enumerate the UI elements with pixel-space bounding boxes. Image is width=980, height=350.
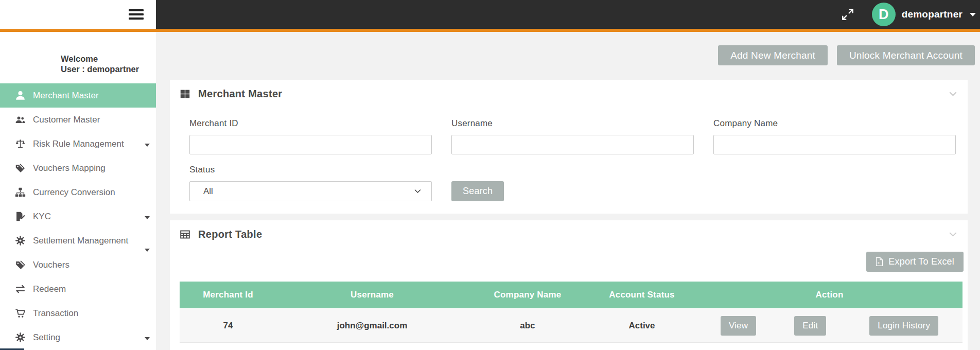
top-action-buttons: Add New Merchant Unlock Merchant Account (170, 45, 975, 65)
welcome-line: Welcome (61, 54, 156, 64)
export-row: x Export To Excel (170, 252, 968, 272)
sidebar-item-redeem[interactable]: Redeem (0, 277, 156, 301)
company-name-label: Company Name (713, 118, 956, 129)
status-label: Status (189, 165, 432, 175)
tag-icon (14, 259, 26, 271)
search-button[interactable]: Search (451, 181, 504, 201)
status-select-value: All (203, 186, 213, 197)
excel-file-icon: x (876, 257, 883, 267)
search-form-row-2: Status All Search (170, 165, 968, 201)
caret-down-icon (145, 212, 150, 222)
welcome-text: Welcome User : demopartner (0, 54, 156, 74)
export-button-label: Export To Excel (888, 256, 954, 267)
sitemap-icon (14, 187, 26, 198)
fullscreen-expand-icon[interactable] (841, 8, 854, 21)
gear-icon (14, 332, 26, 343)
cell-account-status: Active (587, 309, 696, 343)
view-button[interactable]: View (721, 316, 756, 336)
avatar: D (872, 3, 896, 26)
scale-icon (14, 138, 26, 150)
sidebar-item-currency-conversion[interactable]: Currency Conversion (0, 180, 156, 204)
sidebar-item-setting[interactable]: Setting (0, 325, 156, 349)
sidebar-item-label: Setting (33, 332, 60, 343)
sidebar-item-merchant-master[interactable]: Merchant Master (0, 83, 156, 108)
merchant-master-panel-header: Merchant Master (170, 80, 968, 100)
login-history-button[interactable]: Login History (869, 316, 938, 336)
column-header-action: Action (696, 282, 962, 309)
username-field: Username (451, 118, 694, 154)
action-buttons: View Edit Login History (697, 316, 962, 336)
table-icon (180, 229, 190, 240)
company-name-input[interactable] (713, 135, 956, 154)
sidebar-item-vouchers-mapping[interactable]: Vouchers Mapping (0, 156, 156, 180)
merchant-id-field: Merchant ID (189, 118, 432, 154)
sidebar-item-risk-rule-management[interactable]: Risk Rule Management (0, 132, 156, 156)
sidebar-item-label: Vouchers Mapping (33, 163, 106, 173)
search-form-row-1: Merchant ID Username Company Name (170, 118, 968, 154)
table-row: 74 john@gmail.com abc Active View Edit L… (180, 309, 962, 343)
add-new-merchant-button[interactable]: Add New Merchant (718, 45, 828, 65)
company-name-field: Company Name (713, 118, 956, 154)
column-header-merchant-id: Merchant Id (180, 282, 276, 309)
caret-down-icon (145, 244, 150, 254)
svg-text:x: x (878, 260, 880, 265)
username-label: Username (451, 118, 694, 129)
collapse-chevron-icon[interactable] (949, 230, 957, 239)
sidebar-item-label: Risk Rule Management (33, 139, 124, 149)
panel-title: Merchant Master (198, 88, 282, 100)
top-bar-left (0, 0, 156, 29)
sidebar-item-label: Vouchers (33, 260, 69, 270)
grid-icon (180, 89, 190, 99)
collapse-chevron-icon[interactable] (949, 90, 957, 98)
user-icon (14, 90, 26, 101)
status-select[interactable]: All (189, 181, 432, 201)
unlock-merchant-account-button[interactable]: Unlock Merchant Account (837, 45, 975, 65)
sidebar-item-label: Merchant Master (33, 91, 99, 101)
chevron-down-icon (414, 187, 422, 195)
sidebar-item-label: Currency Conversion (33, 187, 115, 198)
users-icon (14, 114, 26, 126)
export-to-excel-button[interactable]: x Export To Excel (866, 252, 964, 272)
panel-title: Report Table (198, 229, 262, 240)
column-header-username: Username (276, 282, 468, 309)
merchant-id-input[interactable] (189, 135, 432, 154)
report-table-panel: Report Table x Export To Excel (170, 220, 968, 350)
report-table-panel-header: Report Table (170, 220, 968, 240)
exchange-arrows-icon (14, 284, 26, 295)
sidebar-item-customer-master[interactable]: Customer Master (0, 108, 156, 132)
sidebar: Welcome User : demopartner Merchant Mast… (0, 32, 156, 350)
cart-icon (14, 308, 26, 319)
gear-icon (14, 235, 26, 247)
cell-username: john@gmail.com (276, 309, 468, 343)
sidebar-item-vouchers[interactable]: Vouchers (0, 253, 156, 277)
sidebar-item-kyc[interactable]: KYC (0, 204, 156, 229)
welcome-user-line: User : demopartner (61, 64, 156, 74)
table-header-row: Merchant Id Username Company Name Accoun… (180, 282, 962, 309)
caret-down-icon (970, 13, 976, 16)
sidebar-nav: Merchant Master Customer Master Risk Rul… (0, 83, 156, 349)
sidebar-item-label: KYC (33, 212, 51, 222)
report-table: Merchant Id Username Company Name Accoun… (180, 282, 962, 343)
edit-button[interactable]: Edit (794, 316, 826, 336)
column-header-account-status: Account Status (587, 282, 696, 309)
cell-merchant-id: 74 (180, 309, 276, 343)
hamburger-menu-icon[interactable] (129, 9, 144, 20)
caret-down-icon (145, 332, 150, 343)
username-input[interactable] (451, 135, 694, 154)
top-bar: D demopartner (0, 0, 980, 29)
top-bar-main: D demopartner (156, 0, 980, 29)
status-field: Status All (189, 165, 432, 201)
user-menu[interactable]: D demopartner (872, 3, 976, 26)
merchant-id-label: Merchant ID (189, 118, 432, 129)
app-window: D demopartner Welcome User : demopartner… (0, 0, 980, 350)
kyc-document-icon (14, 211, 26, 222)
sidebar-item-label: Transaction (33, 308, 78, 319)
sidebar-item-transaction[interactable]: Transaction (0, 301, 156, 325)
tags-icon (14, 163, 26, 174)
caret-down-icon (145, 139, 150, 149)
sidebar-item-label: Settlement Management (33, 236, 128, 246)
user-name: demopartner (902, 9, 962, 20)
sidebar-item-settlement-management[interactable]: Settlement Management (0, 229, 156, 253)
merchant-master-panel: Merchant Master Merchant ID Username (170, 80, 968, 214)
cell-company-name: abc (468, 309, 587, 343)
